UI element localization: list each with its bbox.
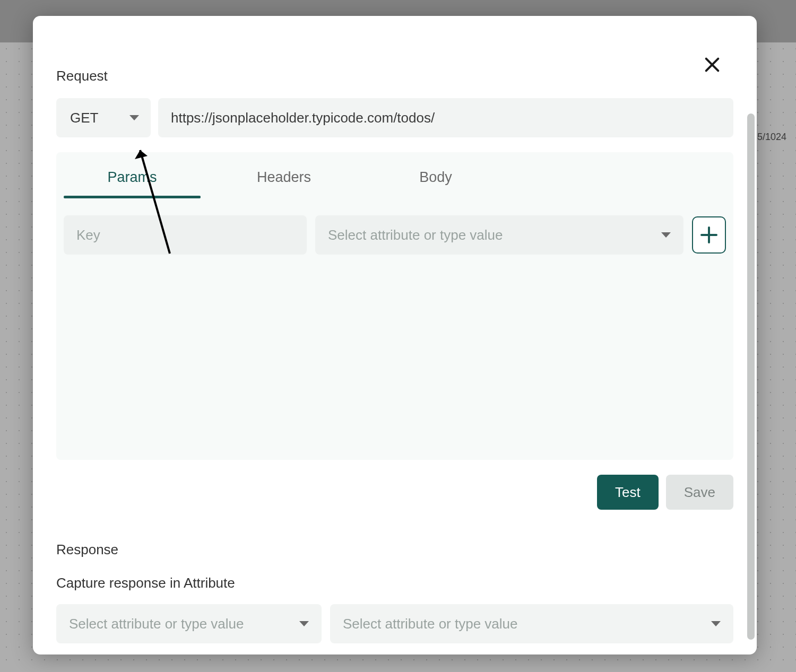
scrollbar-thumb[interactable] <box>747 114 755 640</box>
response-attribute-select-right[interactable]: Select attribute or type value <box>330 604 733 643</box>
chevron-down-icon <box>711 621 721 626</box>
tab-headers[interactable]: Headers <box>208 152 360 198</box>
capture-response-label: Capture response in Attribute <box>56 575 733 591</box>
request-config-modal: Request GET Params Headers Body <box>33 16 757 654</box>
close-button[interactable] <box>699 52 725 77</box>
action-buttons-row: Test Save <box>56 475 733 510</box>
add-param-button[interactable] <box>692 216 726 254</box>
tabs-row: Params Headers Body <box>56 152 733 198</box>
chevron-down-icon <box>299 621 309 626</box>
response-attribute-select-left[interactable]: Select attribute or type value <box>56 604 322 643</box>
close-icon <box>704 56 721 73</box>
param-key-input[interactable] <box>64 215 307 255</box>
save-button[interactable]: Save <box>666 475 733 510</box>
tab-headers-label: Headers <box>257 169 311 185</box>
param-value-placeholder: Select attribute or type value <box>328 227 503 243</box>
response-left-placeholder: Select attribute or type value <box>69 616 244 632</box>
test-button[interactable]: Test <box>597 475 659 510</box>
plus-icon <box>702 228 716 242</box>
http-method-value: GET <box>70 110 98 126</box>
chevron-down-icon <box>129 115 139 120</box>
modal-content: Request GET Params Headers Body <box>33 16 757 654</box>
params-row: Select attribute or type value <box>56 198 733 255</box>
tab-body[interactable]: Body <box>360 152 512 198</box>
url-input[interactable] <box>158 98 733 137</box>
request-row: GET <box>56 98 733 137</box>
chevron-down-icon <box>661 232 671 238</box>
response-right-placeholder: Select attribute or type value <box>343 616 518 632</box>
tab-params-label: Params <box>107 169 157 185</box>
tab-body-label: Body <box>419 169 452 185</box>
response-selects-row: Select attribute or type value Select at… <box>56 604 733 643</box>
request-section-title: Request <box>56 68 733 84</box>
tab-params[interactable]: Params <box>56 152 208 198</box>
param-value-select[interactable]: Select attribute or type value <box>315 215 683 255</box>
response-section-title: Response <box>56 542 733 558</box>
http-method-select[interactable]: GET <box>56 98 151 137</box>
request-tabs-panel: Params Headers Body Select attribute or … <box>56 152 733 460</box>
